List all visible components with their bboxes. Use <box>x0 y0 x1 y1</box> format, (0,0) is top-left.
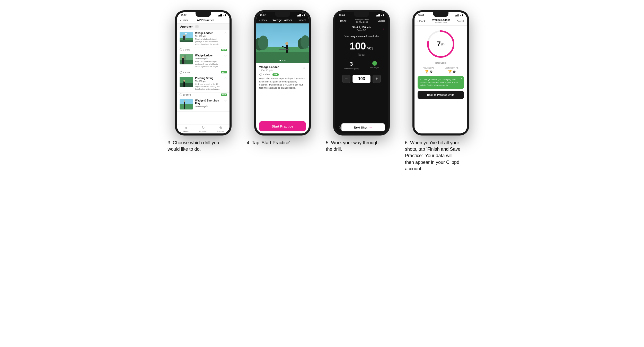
drill-item-2[interactable]: Wedge Ladder 100–140 yds Play 1 shot at … <box>177 52 230 75</box>
drill-item-1[interactable]: Wedge Ladder 50–100 yds Play 1 shot at e… <box>177 30 230 52</box>
score-value: 7 <box>437 40 441 48</box>
last-pb-value: 🏆 -/9 <box>445 70 458 73</box>
drill-card-name-4: Wedge Ladder <box>259 65 279 69</box>
drill-item-3[interactable]: Pitching String 55–100 yds Hit 1 shot at… <box>177 75 230 97</box>
drill-info-2: Wedge Ladder 100–140 yds Play 1 shot at … <box>195 54 222 68</box>
nav-3: ‹ Back APP Practice <box>177 17 230 23</box>
drill-footer-1: 9 shots APP <box>177 47 230 52</box>
score-label-5: Score 5/9 <box>342 29 381 31</box>
drill-desc-3: Hit 1 shot at each of the 10 target dist… <box>195 83 222 90</box>
svg-point-25 <box>258 36 268 50</box>
status-icons-4: ▾ ▮ <box>297 14 305 16</box>
battery-icon-4: ▮ <box>304 14 305 16</box>
drill-name-2: Wedge Ladder <box>195 54 222 57</box>
svg-rect-5 <box>183 36 185 40</box>
bar4-6 <box>458 14 459 16</box>
nav-title-4: Wedge Ladder <box>267 19 298 22</box>
star-icon-1[interactable]: ☆ <box>224 32 227 35</box>
drill-item-2-content: Wedge Ladder 100–140 yds Play 1 shot at … <box>177 52 230 70</box>
star-icon-detail[interactable]: ☆ <box>302 65 306 70</box>
dot-1 <box>279 60 281 61</box>
checkmark-icon: ✓ <box>420 78 422 81</box>
notch-4 <box>275 12 290 17</box>
nav-title-block-6: Wedge Ladder 06 Mar 2023 <box>426 19 457 24</box>
increment-btn[interactable]: + <box>373 75 381 83</box>
score-center: 7/9 <box>437 40 445 48</box>
back-btn-3[interactable]: ‹ Back <box>180 19 188 22</box>
tab-capture[interactable]: ⊕ Capture <box>212 125 230 132</box>
bar2-5 <box>377 15 378 16</box>
start-practice-btn[interactable]: Start Practice <box>259 121 306 131</box>
phone-5: 13:03 ▾ ▮ <box>333 10 390 136</box>
drill-info-4: Wedge & Short Iron Play 100–140 yds <box>195 99 222 108</box>
drill-name-4: Wedge & Short Iron Play <box>195 99 222 105</box>
drill-list-3: Wedge Ladder 50–100 yds Play 1 shot at e… <box>177 30 230 124</box>
wifi-icon-5: ▾ <box>381 14 382 16</box>
phone-5-section: 13:03 ▾ ▮ <box>326 10 398 153</box>
shots-label-2: 9 shots <box>180 71 190 74</box>
phone-6-section: 13:03 ▾ ▮ <box>405 10 477 172</box>
phone-4: 13:02 ▾ ▮ <box>254 10 311 136</box>
next-shot-nav-btn[interactable]: → <box>381 27 385 31</box>
back-drills-btn-6[interactable]: Back to Practice Drills <box>418 91 464 99</box>
svg-point-20 <box>184 100 185 102</box>
back-btn-6[interactable]: ‹ Back <box>418 20 426 23</box>
stepper-value[interactable]: 103 <box>352 75 370 83</box>
trash-icon-5[interactable]: 🗑 <box>338 126 341 129</box>
svg-rect-15 <box>183 81 185 87</box>
tab-home[interactable]: ⌂ Home <box>177 125 195 132</box>
diff-label: Difference (yds) <box>344 67 359 70</box>
time-3: 13:02 <box>181 14 187 16</box>
back-btn-4[interactable]: ‹ Back <box>259 19 267 22</box>
decrement-btn[interactable]: − <box>342 75 350 83</box>
drill-thumb-1 <box>180 32 193 42</box>
back-btn-5[interactable]: ‹ Back <box>338 19 346 22</box>
section-badge-3: 7 <box>195 25 199 28</box>
screen-4: 13:02 ▾ ▮ <box>256 12 309 133</box>
drill-item-4[interactable]: Wedge & Short Iron Play 100–140 yds ☆ <box>177 97 230 112</box>
signal-6 <box>455 14 459 16</box>
status-icons-5: ▾ ▮ <box>376 14 384 16</box>
svg-rect-17 <box>180 99 193 104</box>
tab-activities[interactable]: ↻ Activities <box>195 125 212 132</box>
prev-shot-btn[interactable]: ← <box>338 27 342 31</box>
bar1-6 <box>455 15 456 16</box>
cancel-btn-4[interactable]: Cancel <box>298 19 306 22</box>
cancel-btn-6[interactable]: Cancel <box>457 20 464 22</box>
next-shot-btn-5[interactable]: Next Shot → <box>341 123 385 131</box>
wifi-icon: ▾ <box>223 14 224 16</box>
bar3-5 <box>378 14 379 16</box>
next-shot-label: Next Shot <box>354 126 367 129</box>
cancel-btn-5[interactable]: Cancel <box>377 20 385 22</box>
page-container: 13:02 ▾ ▮ <box>168 10 477 172</box>
star-icon-2[interactable]: ☆ <box>224 54 227 58</box>
toast-close-btn[interactable]: ✕ <box>460 77 462 81</box>
app-badge-detail-4: APP <box>272 73 279 76</box>
capture-icon: ⊕ <box>219 125 222 130</box>
star-icon-3[interactable]: ☆ <box>224 77 227 80</box>
dot-3 <box>284 60 285 61</box>
golf-scene-2 <box>180 54 193 64</box>
svg-rect-8 <box>180 60 193 64</box>
notch-6 <box>433 12 448 17</box>
tab-bar-3: ⌂ Home ↻ Activities ⊕ Capture <box>177 124 230 133</box>
bar2 <box>219 15 220 16</box>
drill-range-3: 55–100 yds <box>195 80 222 82</box>
svg-point-34 <box>440 30 442 32</box>
drill-name-3: Pitching String <box>195 77 222 80</box>
shots-circle-4 <box>259 73 262 76</box>
svg-rect-28 <box>286 44 288 53</box>
phone-5-wrapper: 13:03 ▾ ▮ <box>333 10 390 136</box>
screen-5: 13:03 ▾ ▮ <box>335 12 388 133</box>
shot-date-5: 06 Mar 2023 <box>346 21 377 23</box>
star-icon-4[interactable]: ☆ <box>224 99 227 103</box>
status-icons-6: ▾ ▮ <box>455 14 463 16</box>
menu-icon-3[interactable] <box>223 19 226 21</box>
drill-footer-3: 10 shots APP <box>177 92 230 97</box>
drill-info-3: Pitching String 55–100 yds Hit 1 shot at… <box>195 77 222 90</box>
svg-point-4 <box>185 33 187 35</box>
last-month-pb: Last month PB 🏆 -/9 <box>445 67 458 73</box>
phone-6-wrapper: 13:03 ▾ ▮ <box>412 10 469 136</box>
time-4: 13:02 <box>260 14 266 16</box>
bar4-4 <box>300 14 301 16</box>
